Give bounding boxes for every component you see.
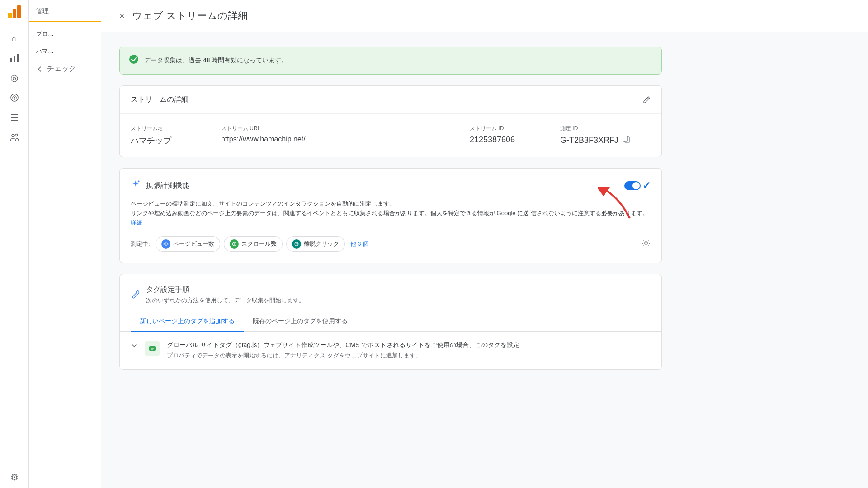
enhanced-desc-line1: ページビューの標準測定に加え、サイトのコンテンツとのインタラクションを自動的に測…: [131, 200, 395, 207]
outbound-chip-label: 離脱クリック: [304, 240, 339, 248]
enhanced-card-body: 拡張計測機能 ✓ ページビューの標準測定に加え、サイトのコンテンツとのインタラク…: [120, 169, 661, 263]
app-logo: [8, 5, 21, 18]
enhanced-desc-line2: リンクや埋め込み動画などのページ上の要素のデータは、関連するイベントとともに収集…: [131, 210, 529, 216]
tag-label-icon: [148, 344, 156, 352]
svg-rect-2: [17, 5, 21, 18]
metric-chip-pageview: ページビュー数: [156, 236, 220, 252]
svg-point-9: [12, 134, 14, 137]
sidebar-icon-home[interactable]: ⌂: [5, 29, 24, 47]
stream-id-col: ストリーム ID 2125387606: [470, 125, 560, 146]
sidebar-icon-audiences[interactable]: [5, 128, 24, 146]
stream-id-label: ストリーム ID: [470, 125, 549, 132]
left-panel-item-property[interactable]: プロ…: [29, 25, 101, 42]
stream-details-card: ストリームの詳細 ストリーム名 ハマチップ ストリーム URL https://…: [119, 85, 662, 157]
scroll-chip-icon: [230, 239, 239, 249]
left-panel-back-button[interactable]: チェック: [29, 60, 101, 78]
tag-title-block: タグ設定手順 次のいずれかの方法を使用して、データ収集を開始します。: [146, 285, 305, 305]
tag-header-row: タグ設定手順 次のいずれかの方法を使用して、データ収集を開始します。: [120, 274, 661, 312]
stream-url-label: ストリーム URL: [221, 125, 459, 132]
accordion-content: グローバル サイトタグ（gtag.js）ウェブサイト作成ツールや、CMS でホス…: [167, 341, 519, 360]
sidebar-narrow: ⌂ ◎ ☰ ⚙: [0, 0, 29, 488]
svg-rect-5: [17, 54, 19, 62]
left-panel-back-label: チェック: [47, 64, 76, 74]
enhanced-header: 拡張計測機能: [131, 179, 189, 192]
close-button[interactable]: ×: [119, 11, 125, 21]
svg-point-8: [14, 97, 15, 99]
svg-rect-13: [623, 136, 627, 141]
tab-new-tag[interactable]: 新しいページ上のタグを追加する: [131, 312, 244, 332]
gear-settings-icon: [642, 239, 651, 248]
scroll-chip-label: スクロール数: [241, 240, 277, 248]
sidebar-icon-explore[interactable]: ◎: [5, 69, 24, 87]
people-icon: [10, 133, 19, 142]
tag-setup-card: タグ設定手順 次のいずれかの方法を使用して、データ収集を開始します。 新しいペー…: [119, 274, 662, 370]
sidebar-icon-admin[interactable]: ⚙: [5, 468, 24, 486]
accordion-gtag: グローバル サイトタグ（gtag.js）ウェブサイト作成ツールや、CMS でホス…: [120, 332, 661, 369]
back-arrow-icon: [36, 66, 43, 73]
enhanced-desc-line3: 信されないように注意する必要があります。: [531, 210, 648, 216]
settings-gear-icon[interactable]: [642, 239, 651, 250]
svg-point-11: [129, 55, 138, 64]
tab-existing-tag[interactable]: 既存のページ上のタグを使用する: [244, 312, 357, 332]
accordion-expand-icon[interactable]: [131, 342, 138, 351]
detail-link[interactable]: 詳細: [131, 219, 142, 226]
svg-point-19: [645, 242, 647, 244]
measurement-id-value: G-T2B3F3XRFJ: [560, 136, 618, 145]
wrench-icon: [131, 289, 141, 301]
svg-rect-0: [8, 13, 12, 18]
sidebar-icon-reports[interactable]: [5, 49, 24, 67]
main-content: × ウェブ ストリームの詳細 データ収集は、過去 48 時間有効になっています。…: [101, 0, 868, 488]
tag-title: タグ設定手順: [146, 285, 305, 295]
svg-rect-4: [14, 56, 15, 62]
wrench-tool-icon: [131, 289, 141, 299]
measurement-id-label: 測定 ID: [560, 125, 640, 132]
svg-rect-3: [10, 58, 12, 62]
stream-details-title: ストリームの詳細: [131, 95, 189, 104]
stream-url-value: https://www.hamachip.net/: [221, 135, 459, 143]
copy-button-icon: [622, 135, 630, 143]
sparkle-measurement-icon: [131, 179, 141, 189]
status-text: データ収集は、過去 48 時間有効になっています。: [144, 56, 288, 65]
sidebar-icon-advertising[interactable]: [5, 89, 24, 107]
click-icon: [294, 241, 299, 247]
more-link[interactable]: 他 3 個: [350, 240, 368, 248]
svg-point-16: [165, 244, 166, 245]
page-title: ウェブ ストリームの詳細: [132, 9, 248, 23]
copy-icon[interactable]: [622, 135, 630, 145]
tag-tab-bar: 新しいページ上のタグを追加する 既存のページ上のタグを使用する: [120, 312, 661, 332]
tag-subtitle: 次のいずれかの方法を使用して、データ収集を開始します。: [146, 296, 305, 305]
metric-chip-outbound: 離脱クリック: [286, 236, 345, 252]
enhanced-desc: ページビューの標準測定に加え、サイトのコンテンツとのインタラクションを自動的に測…: [131, 199, 651, 227]
edit-icon[interactable]: [642, 96, 651, 104]
pageview-chip-icon: [161, 239, 170, 249]
tag-accordion-icon: [145, 341, 160, 356]
svg-point-10: [15, 134, 17, 136]
scroll-icon: [231, 241, 237, 247]
measuring-row: 測定中: ページビュー数: [131, 236, 651, 252]
sparkle-icon: [131, 179, 141, 192]
page-header: × ウェブ ストリームの詳細: [101, 0, 868, 32]
metric-chip-scroll: スクロール数: [224, 236, 283, 252]
satellite-dish-icon: [10, 93, 19, 102]
toggle-check-icon: ✓: [642, 180, 651, 192]
accordion-desc: プロパティでデータの表示を開始するには、アナリティクス タグをウェブサイトに追加…: [167, 351, 519, 360]
stream-details-card-header: ストリームの詳細: [120, 86, 661, 114]
enhanced-title: 拡張計測機能: [146, 181, 189, 191]
outbound-chip-icon: [292, 239, 301, 249]
status-check-icon: [129, 54, 139, 67]
left-panel-header: 管理: [29, 0, 101, 22]
left-panel-item-stream[interactable]: ハマ…: [29, 42, 101, 60]
stream-details-grid: ストリーム名 ハマチップ ストリーム URL https://www.hamac…: [120, 114, 661, 157]
chevron-down-icon: [131, 342, 138, 349]
measuring-label: 測定中:: [131, 240, 150, 248]
check-circle-icon: [129, 54, 139, 64]
status-banner: データ収集は、過去 48 時間有効になっています。: [119, 47, 662, 75]
accordion-title: グローバル サイトタグ（gtag.js）ウェブサイト作成ツールや、CMS でホス…: [167, 341, 519, 349]
enhanced-toggle[interactable]: [624, 181, 641, 190]
enhanced-measurement-card: 拡張計測機能 ✓ ページビューの標準測定に加え、サイトのコンテンツとのインタラク…: [119, 168, 662, 263]
pencil-icon: [642, 96, 651, 104]
sidebar-icon-configure[interactable]: ☰: [5, 108, 24, 127]
measurement-id-row: G-T2B3F3XRFJ: [560, 135, 640, 145]
stream-name-col: ストリーム名 ハマチップ: [131, 125, 221, 146]
svg-rect-1: [13, 9, 16, 18]
